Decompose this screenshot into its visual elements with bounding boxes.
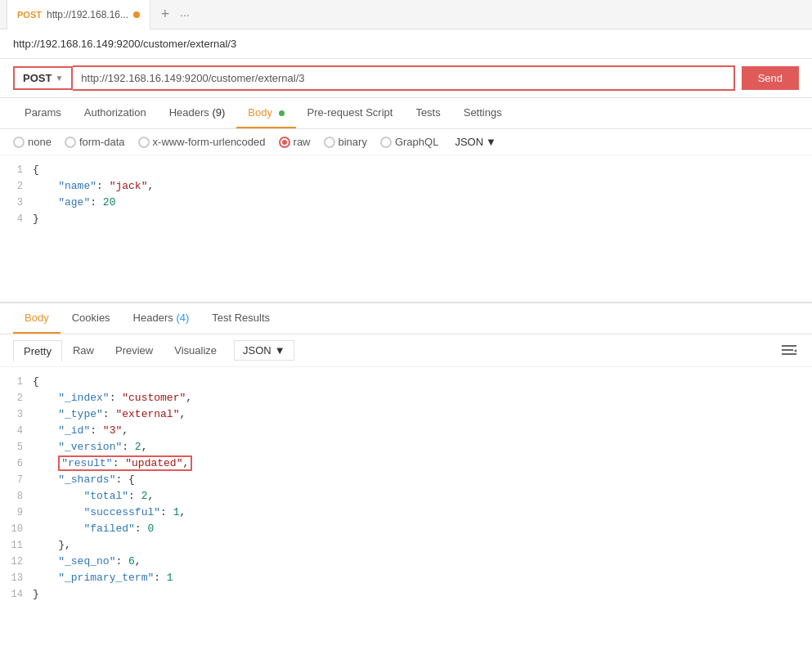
body-dot	[279, 110, 285, 116]
resp-json-dropdown-icon: ▼	[275, 344, 285, 357]
request-bar: POST ▼ Send	[0, 59, 812, 98]
response-tabs: Body Cookies Headers (4) Test Results	[0, 303, 812, 334]
format-preview[interactable]: Preview	[105, 339, 164, 361]
svg-rect-2	[782, 353, 796, 355]
resp-line-14: 14 }	[0, 586, 812, 603]
tab-dot	[133, 11, 140, 18]
req-line-3: 3 "age": 20	[0, 195, 812, 211]
request-body-editor[interactable]: 1 { 2 "name": "jack", 3 "age": 20 4 }	[0, 155, 812, 303]
tab-authorization[interactable]: Authorization	[73, 98, 158, 128]
tab-headers[interactable]: Headers (9)	[158, 98, 237, 128]
option-urlencoded[interactable]: x-www-form-urlencoded	[138, 136, 266, 148]
response-body-display: 1 { 2 "_index": "customer", 3 "_type": "…	[0, 367, 812, 609]
resp-line-3: 3 "_type": "external",	[0, 406, 812, 423]
resp-tab-headers[interactable]: Headers (4)	[122, 303, 201, 334]
json-type-dropdown[interactable]: JSON ▼	[455, 136, 496, 148]
tab-params[interactable]: Params	[13, 98, 73, 128]
resp-line-6: 6 "result": "updated",	[0, 455, 812, 472]
req-line-1: 1 {	[0, 162, 812, 178]
resp-line-1: 1 {	[0, 374, 812, 390]
json-dropdown-icon: ▼	[486, 136, 496, 148]
format-pretty[interactable]: Pretty	[13, 340, 62, 361]
tab-body[interactable]: Body	[236, 98, 295, 128]
radio-none	[13, 137, 25, 148]
active-tab[interactable]: POST http://192.168.16...	[7, 0, 150, 29]
wrap-icon[interactable]	[779, 341, 799, 361]
tab-tests[interactable]: Tests	[404, 98, 451, 128]
resp-tab-testresults[interactable]: Test Results	[200, 303, 281, 334]
resp-line-8: 8 "total": 2,	[0, 488, 812, 505]
radio-raw	[279, 137, 290, 148]
url-input[interactable]	[73, 65, 734, 91]
tab-method: POST	[17, 10, 42, 20]
radio-urlencoded	[138, 137, 150, 148]
method-dropdown-icon: ▼	[55, 74, 63, 83]
more-tabs-button[interactable]: ···	[180, 8, 190, 21]
resp-line-7: 7 "_shards": {	[0, 472, 812, 488]
resp-json-dropdown[interactable]: JSON ▼	[234, 340, 294, 361]
response-toolbar: Pretty Raw Preview Visualize JSON ▼	[0, 334, 812, 367]
breadcrumb-url: http://192.168.16.149:9200/customer/exte…	[13, 38, 236, 50]
request-tabs: Params Authorization Headers (9) Body Pr…	[0, 98, 812, 129]
body-options: none form-data x-www-form-urlencoded raw…	[0, 129, 812, 155]
option-graphql[interactable]: GraphQL	[380, 136, 438, 148]
resp-line-9: 9 "successful": 1,	[0, 505, 812, 521]
option-formdata[interactable]: form-data	[65, 136, 125, 148]
resp-line-11: 11 },	[0, 537, 812, 554]
svg-rect-1	[782, 349, 793, 351]
resp-line-4: 4 "_id": "3",	[0, 423, 812, 439]
tab-settings[interactable]: Settings	[452, 98, 514, 128]
response-section: Body Cookies Headers (4) Test Results Pr…	[0, 303, 812, 609]
resp-line-12: 12 "_seq_no": 6,	[0, 554, 812, 570]
tab-prerequest[interactable]: Pre-request Script	[296, 98, 405, 128]
format-raw[interactable]: Raw	[62, 339, 105, 361]
resp-line-5: 5 "_version": 2,	[0, 439, 812, 455]
radio-binary	[324, 137, 335, 148]
resp-tab-body[interactable]: Body	[13, 303, 61, 334]
radio-graphql	[380, 137, 392, 148]
tab-url: http://192.168.16...	[47, 9, 128, 20]
resp-tab-cookies[interactable]: Cookies	[61, 303, 122, 334]
resp-headers-badge: (4)	[176, 312, 189, 324]
send-button[interactable]: Send	[742, 66, 799, 90]
method-label: POST	[23, 72, 52, 84]
add-tab-button[interactable]: +	[154, 3, 177, 26]
svg-rect-0	[782, 345, 796, 347]
radio-formdata	[65, 137, 76, 148]
option-none[interactable]: none	[13, 136, 52, 148]
breadcrumb: http://192.168.16.149:9200/customer/exte…	[0, 29, 812, 59]
top-tab-bar: POST http://192.168.16... + ···	[0, 0, 812, 29]
resp-line-2: 2 "_index": "customer",	[0, 390, 812, 406]
req-line-4: 4 }	[0, 211, 812, 227]
resp-line-13: 13 "_primary_term": 1	[0, 570, 812, 586]
req-line-2: 2 "name": "jack",	[0, 178, 812, 195]
option-binary[interactable]: binary	[324, 136, 367, 148]
headers-badge: (9)	[212, 106, 225, 119]
resp-line-10: 10 "failed": 0	[0, 521, 812, 537]
method-selector[interactable]: POST ▼	[13, 66, 73, 90]
option-raw[interactable]: raw	[279, 136, 311, 148]
format-visualize[interactable]: Visualize	[164, 339, 227, 361]
